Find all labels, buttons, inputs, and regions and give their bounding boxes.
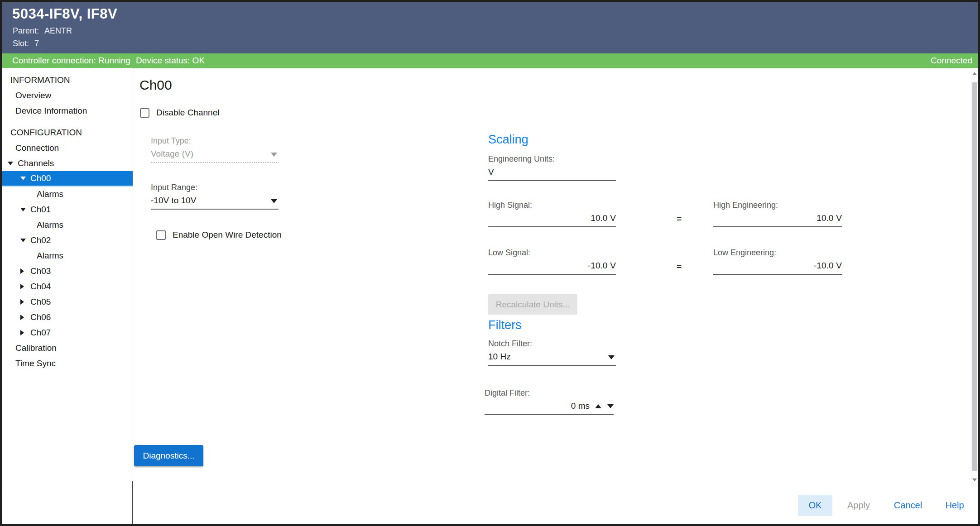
sidebar-item-ch03[interactable]: Ch03: [2, 263, 133, 279]
filters-heading: Filters: [488, 318, 522, 332]
slot-row: Slot:7: [13, 39, 39, 48]
sidebar-item-channels[interactable]: Channels: [2, 156, 133, 171]
recalculate-units-button: Recalculate Units...: [488, 294, 577, 315]
device-title: 5034-IF8V, IF8V: [12, 6, 117, 22]
dialog-footer: OK Apply Cancel Help: [2, 486, 978, 524]
high-engineering-unit: V: [836, 213, 842, 223]
low-engineering-unit: V: [836, 261, 842, 271]
sidebar-item-ch01-alarms[interactable]: Alarms: [2, 217, 133, 233]
controller-connection-status: Controller connection: Running: [12, 56, 130, 66]
high-engineering-label: High Engineering:: [713, 201, 842, 210]
sidebar-item-ch02[interactable]: Ch02: [2, 233, 133, 248]
chevron-down-icon[interactable]: [271, 199, 277, 203]
sidebar-divider: [133, 68, 133, 486]
low-signal-field[interactable]: Low Signal: -10.0V: [488, 248, 616, 275]
parent-label: Parent:: [13, 26, 39, 35]
input-range-value: -10V to 10V: [151, 196, 279, 206]
sidebar-spacer: [2, 119, 133, 125]
engineering-units-field[interactable]: Engineering Units: V: [488, 154, 616, 181]
parent-value: AENTR: [44, 26, 72, 35]
low-signal-unit: V: [610, 261, 616, 271]
high-engineering-field[interactable]: High Engineering: 10.0V: [713, 201, 842, 227]
tree-expand-right-icon[interactable]: [20, 284, 27, 289]
sidebar-item-ch05[interactable]: Ch05: [2, 294, 133, 310]
sidebar-item-ch06[interactable]: Ch06: [2, 310, 133, 325]
scrollbar-thumb[interactable]: [972, 82, 977, 471]
tree-expand-down-icon[interactable]: [20, 208, 27, 211]
apply-button: Apply: [840, 495, 877, 516]
scroll-up-icon[interactable]: [972, 72, 977, 75]
equals-sign: =: [677, 262, 682, 272]
tree-expand-down-icon[interactable]: [20, 239, 27, 242]
tree-expand-right-icon[interactable]: [20, 299, 27, 305]
tree-expand-right-icon[interactable]: [20, 315, 27, 320]
engineering-units-value[interactable]: V: [488, 167, 616, 177]
engineering-units-label: Engineering Units:: [488, 154, 616, 164]
digital-filter-spinner[interactable]: Digital Filter: 0 ms: [485, 388, 614, 415]
sidebar-item-ch00[interactable]: Ch00: [2, 171, 133, 186]
connected-badge: Connected: [931, 56, 972, 66]
section-configuration: CONFIGURATION: [2, 125, 133, 140]
spinner-up-icon[interactable]: [595, 404, 601, 408]
tree-expand-down-icon[interactable]: [8, 162, 14, 165]
sidebar-item-ch04[interactable]: Ch04: [2, 279, 133, 294]
cancel-button[interactable]: Cancel: [888, 495, 928, 516]
low-engineering-label: Low Engineering:: [713, 248, 842, 258]
input-range-label: Input Range:: [151, 183, 279, 192]
tree-expand-right-icon[interactable]: [20, 330, 27, 335]
slot-label: Slot:: [13, 39, 29, 48]
sidebar-item-ch02-alarms[interactable]: Alarms: [2, 248, 133, 263]
input-range-dropdown[interactable]: Input Range: -10V to 10V: [151, 183, 279, 210]
open-wire-checkbox[interactable]: [156, 230, 166, 240]
chevron-down-icon: [271, 153, 277, 157]
chevron-down-icon[interactable]: [608, 355, 615, 359]
sidebar-item-time-sync[interactable]: Time Sync: [2, 356, 133, 371]
section-information: INFORMATION: [2, 72, 133, 88]
slot-value: 7: [34, 39, 39, 48]
high-signal-field[interactable]: High Signal: 10.0V: [488, 201, 616, 227]
sidebar-item-device-information[interactable]: Device Information: [2, 103, 133, 119]
input-type-value: Voltage (V): [151, 149, 279, 159]
sidebar-item-ch07[interactable]: Ch07: [2, 325, 133, 340]
pane-splitter-handle[interactable]: [132, 481, 133, 524]
disable-channel-checkbox[interactable]: [140, 108, 149, 118]
disable-channel-label: Disable Channel: [156, 108, 219, 118]
equals-sign: =: [677, 214, 682, 224]
high-signal-value[interactable]: 10.0: [591, 213, 607, 223]
disable-channel-row: Disable Channel: [140, 108, 219, 118]
sidebar-item-ch00-alarms[interactable]: Alarms: [2, 186, 133, 202]
digital-filter-value[interactable]: 0 ms: [571, 401, 590, 411]
vertical-scrollbar[interactable]: [971, 68, 978, 486]
scaling-heading: Scaling: [488, 133, 528, 147]
input-type-label: Input Type:: [151, 136, 279, 146]
device-status: Device status: OK: [136, 56, 205, 66]
open-wire-label: Enable Open Wire Detection: [173, 230, 282, 240]
ok-button[interactable]: OK: [798, 495, 832, 516]
device-profile-window: 5034-IF8V, IF8V Parent:AENTR Slot:7 Cont…: [0, 0, 980, 526]
input-type-dropdown: Input Type: Voltage (V): [151, 136, 279, 163]
help-button[interactable]: Help: [937, 495, 973, 516]
notch-filter-value: 10 Hz: [488, 352, 616, 362]
open-wire-row: Enable Open Wire Detection: [156, 230, 282, 240]
high-engineering-value[interactable]: 10.0: [817, 213, 833, 223]
diagnostics-button[interactable]: Diagnostics...: [134, 445, 203, 466]
sidebar-item-calibration[interactable]: Calibration: [2, 340, 133, 356]
scroll-down-icon[interactable]: [972, 478, 977, 482]
tree-expand-right-icon[interactable]: [20, 268, 27, 274]
sidebar-item-ch01[interactable]: Ch01: [2, 202, 133, 217]
sidebar-item-overview[interactable]: Overview: [2, 88, 133, 103]
spinner-down-icon[interactable]: [607, 404, 614, 408]
low-engineering-value[interactable]: -10.0: [814, 261, 833, 271]
low-signal-value[interactable]: -10.0: [588, 261, 607, 271]
tree-expand-down-icon[interactable]: [20, 177, 27, 180]
low-signal-label: Low Signal:: [488, 248, 616, 258]
window-header: 5034-IF8V, IF8V Parent:AENTR Slot:7: [2, 2, 978, 53]
high-signal-label: High Signal:: [488, 201, 616, 210]
sidebar-item-connection[interactable]: Connection: [2, 140, 133, 156]
navigation-sidebar: INFORMATION Overview Device Information …: [2, 68, 133, 486]
notch-filter-dropdown[interactable]: Notch Filter: 10 Hz: [488, 339, 616, 366]
notch-filter-label: Notch Filter:: [488, 339, 616, 349]
low-engineering-field[interactable]: Low Engineering: -10.0V: [713, 248, 842, 275]
high-signal-unit: V: [610, 213, 616, 223]
page-title: Ch00: [139, 77, 172, 93]
